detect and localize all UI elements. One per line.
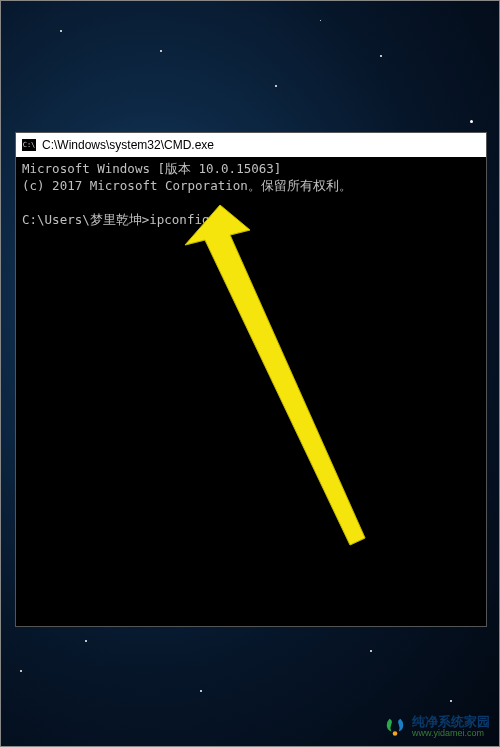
star-decoration — [450, 700, 452, 702]
watermark: 纯净系统家园 www.yidamei.com — [384, 715, 490, 739]
star-decoration — [470, 120, 473, 123]
console-command: ipconfig — [149, 212, 209, 227]
star-decoration — [200, 690, 202, 692]
console-line-version: Microsoft Windows [版本 10.0.15063] — [22, 161, 281, 176]
cmd-icon: C:\ — [22, 139, 36, 151]
star-decoration — [320, 20, 321, 21]
star-decoration — [380, 55, 382, 57]
text-cursor — [210, 226, 217, 228]
cmd-window[interactable]: C:\ C:\Windows\system32\CMD.exe Microsof… — [15, 132, 487, 627]
watermark-title: 纯净系统家园 — [412, 715, 490, 729]
svg-point-1 — [393, 731, 398, 736]
watermark-logo-icon — [384, 716, 406, 738]
console-output[interactable]: Microsoft Windows [版本 10.0.15063] (c) 20… — [16, 157, 486, 233]
star-decoration — [160, 50, 162, 52]
window-title: C:\Windows\system32\CMD.exe — [42, 138, 214, 152]
window-titlebar[interactable]: C:\ C:\Windows\system32\CMD.exe — [16, 133, 486, 157]
console-line-copyright: (c) 2017 Microsoft Corporation。保留所有权利。 — [22, 178, 352, 193]
star-decoration — [275, 85, 277, 87]
star-decoration — [60, 30, 62, 32]
star-decoration — [370, 650, 372, 652]
star-decoration — [20, 670, 22, 672]
console-prompt: C:\Users\梦里乾坤> — [22, 212, 149, 227]
watermark-url: www.yidamei.com — [412, 729, 490, 739]
star-decoration — [85, 640, 87, 642]
